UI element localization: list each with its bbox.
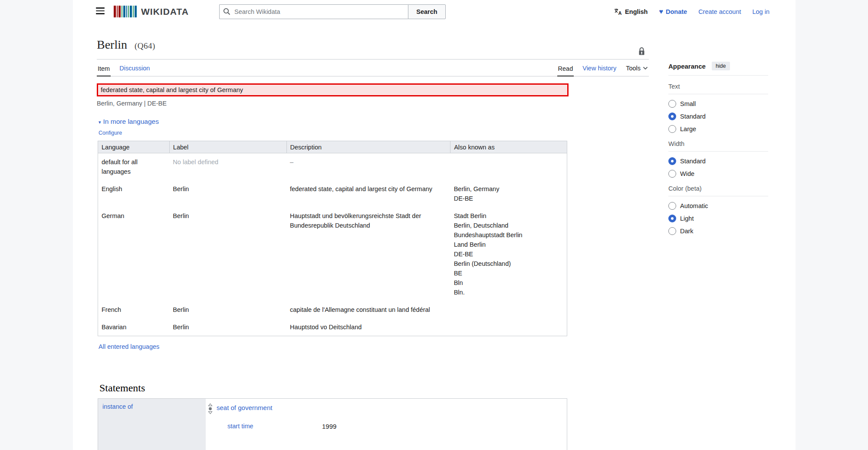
alias: Berlin, Germany [454,184,563,194]
alias: Stadt Berlin [454,211,563,221]
tab-item[interactable]: Item [97,65,111,76]
logo-bar [135,6,137,17]
language-selector-button[interactable]: A English [614,8,648,15]
alias: Land Berlin [454,240,563,249]
collapse-triangle-icon: ▾ [99,119,101,125]
appearance-panel: Appearance hide TextSmallStandardLargeWi… [668,62,768,240]
alias: Berlin, Deutschland [454,221,563,230]
radio-option-label: Light [680,215,694,222]
log-in-link[interactable]: Log in [752,8,769,15]
wikidata-logo[interactable]: WIKIDATA [114,6,189,17]
configure-link[interactable]: Configure [99,129,122,136]
logo-bar [117,6,118,17]
svg-text:A: A [618,10,622,15]
alias: Bln. [454,288,563,297]
appearance-section-label: Text [668,83,768,94]
description-cell: Hauptstadt und bevölkerungsreichste Stad… [286,207,450,301]
protection-lock-icon[interactable] [638,44,645,59]
qualifier-value: 1999 [322,423,336,430]
radio-unchecked-icon [668,227,676,235]
statement-mainsnak: seat of government [208,403,567,416]
language-table-header-row: Language Label Description Also known as [98,141,567,153]
appearance-section: Color (beta)AutomaticLightDark [668,185,768,235]
rank-selector-icon[interactable] [208,403,213,416]
hide-appearance-button[interactable]: hide [712,62,730,70]
description-cell: federated state, capital and largest cit… [286,180,450,207]
radio-option-wide[interactable]: Wide [668,170,768,178]
appearance-header: Appearance hide [668,62,768,76]
language-cell: French [98,301,170,318]
language-table-row: GermanBerlinHauptstadt und bevölkerungsr… [98,207,567,301]
searchbar: Search [219,4,446,19]
appearance-title: Appearance [668,63,706,70]
radio-option-large[interactable]: Large [668,125,768,133]
aliases-cell: Stadt BerlinBerlin, DeutschlandBundeshau… [450,207,567,301]
tab-read[interactable]: Read [557,65,574,76]
property-link[interactable]: instance of [102,403,133,410]
label-cell: Berlin [169,207,286,301]
chevron-down-icon [643,66,648,70]
qualifier-property-link[interactable]: start time [227,423,253,430]
language-terms-table: Language Label Description Also known as… [98,141,567,336]
language-cell: German [98,207,170,301]
donate-link[interactable]: ♥ Donate [659,8,687,15]
language-table-body: default for all languagesNo label define… [98,153,567,336]
hamburger-menu-button[interactable] [96,7,105,16]
statement-main: seat of governmentstart time1999 [206,399,567,450]
heart-icon: ♥ [659,8,663,15]
radio-option-label: Standard [680,113,706,120]
language-cell: Bavarian [98,318,170,336]
qualifier-row: start time1999 [227,423,567,430]
all-entered-languages-link[interactable]: All entered languages [99,343,159,350]
tab-bar: Item Discussion Read View history Tools [97,60,649,76]
statements-heading: Statements [99,381,649,394]
radio-option-label: Wide [680,170,694,177]
description-cell: Hauptstod vo Deitschland [286,318,450,336]
aliases-cell: Berlin, GermanyDE-BE [450,180,567,207]
entity-description-highlighted: federated state, capital and largest cit… [97,83,569,96]
search-button[interactable]: Search [408,4,446,19]
radio-option-automatic[interactable]: Automatic [668,202,768,210]
tab-view-history[interactable]: View history [582,65,617,76]
radio-option-label: Small [680,100,696,107]
main-content: Berlin (Q64) Item Discussion Read View h… [97,35,649,450]
radio-option-dark[interactable]: Dark [668,227,768,235]
statement-groups: instance ofseat of governmentstart time1… [97,398,649,450]
radio-unchecked-icon [668,170,676,178]
radio-option-label: Standard [680,158,706,165]
alias: Berlin (Deutschland) [454,259,563,268]
radio-option-light[interactable]: Light [668,215,768,222]
radio-option-label: Automatic [680,202,708,209]
language-table-row: default for all languagesNo label define… [98,153,567,181]
radio-option-standard[interactable]: Standard [668,157,768,165]
header-description: Description [286,141,450,153]
page-title: Berlin (Q64) [97,35,649,60]
tab-discussion[interactable]: Discussion [118,65,151,76]
page: WIKIDATA Search A Engl [73,0,796,450]
create-account-link[interactable]: Create account [698,8,741,15]
appearance-sections: TextSmallStandardLargeWidthStandardWideC… [668,83,768,235]
search-input[interactable] [219,4,408,19]
wikidata-logo-bars-icon [114,6,137,17]
alias: DE-BE [454,249,563,259]
language-table-row: BavarianBerlinHauptstod vo Deitschland [98,318,567,336]
search-input-wrap [219,4,408,19]
in-more-languages-toggle[interactable]: ▾In more languages [99,117,649,127]
radio-checked-icon [668,157,676,165]
hamburger-icon [96,7,105,9]
appearance-section-label: Color (beta) [668,185,768,196]
label-cell: Berlin [169,318,286,336]
appearance-section-label: Width [668,140,768,152]
header-right: A English ♥ Donate Create account Log in [614,0,769,23]
entity-label: Berlin [97,38,127,51]
logo-bar [133,6,134,17]
radio-option-small[interactable]: Small [668,100,768,108]
language-cell: English [98,180,170,207]
label-cell: No label defined [169,153,286,181]
logo-bar [118,6,121,17]
description-cell: – [286,153,450,181]
radio-unchecked-icon [668,100,676,108]
radio-option-standard[interactable]: Standard [668,112,768,120]
tab-tools-menu[interactable]: Tools [625,65,649,76]
statement-value-link[interactable]: seat of government [217,403,272,411]
